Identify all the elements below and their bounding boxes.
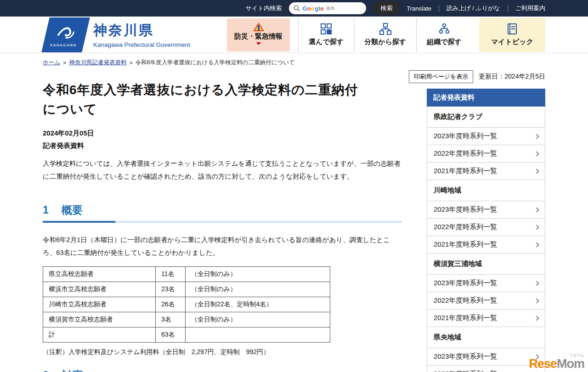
watermark-logo: ReseMom [529,357,584,371]
sidebar-item[interactable]: 2021年度時系列一覧 [427,163,545,180]
book-icon [507,23,518,35]
sidebar-group-title: 川崎地域 [427,180,545,201]
sidebar-item[interactable]: 2023年度時系列一覧 [427,348,545,366]
table-row: 川崎市立高校志願者 26名 （全日制22名、定時制4名） [43,297,330,312]
breadcrumb-current: 令和6年度入学者選抜における入学検定料の二重納付について [136,59,295,67]
nav-mytopic-label: マイトピック [491,38,533,46]
table-row: 県立高校志願者 11名 （全日制のみ） [43,267,330,282]
section-title: 概要 [62,203,83,217]
breadcrumb-home-link[interactable]: ホーム [43,59,60,67]
translate-link[interactable]: Translate [407,5,431,12]
topbar-separator [508,5,508,12]
search-submit-button[interactable]: 検索 [373,1,399,15]
topbar-separator [439,5,439,12]
table-cell: 川崎市立高校志願者 [43,297,156,312]
chevron-right-icon [534,151,539,156]
chevron-right-icon [534,169,539,174]
table-row: 横浜市立高校志願者 23名 （全日制のみ） [43,282,330,297]
table-cell: （全日制のみ） [186,267,330,282]
article-date: 2024年02月05日 [43,129,402,138]
table-cell: 23名 [156,282,186,297]
table-cell: （全日制のみ） [186,312,330,327]
press-release-sidebar: 記者発表資料 県政記者クラブ 2023年度時系列一覧 2022年度時系列一覧 2… [427,89,545,372]
table-cell: （全日制のみ） [186,282,330,297]
sidebar-item-label: 2023年度時系列一覧 [434,279,497,287]
sidebar-item[interactable]: 2022年度時系列一覧 [427,366,545,372]
logo-caption: KANAGAWA [50,43,77,47]
nav-mytopic[interactable]: マイトピック [479,18,545,52]
chevron-right-icon [534,298,539,303]
sidebar-item[interactable]: 2023年度時系列一覧 [427,201,545,219]
breadcrumb: ホーム > 神奈川県記者発表資料 > 令和6年度入学者選抜における入学検定料の二… [43,53,545,68]
sidebar-item-label: 2021年度時系列一覧 [434,167,497,175]
updated-date: 更新日：2024年2月5日 [479,73,545,81]
sidebar-item-label: 2021年度時系列一覧 [434,240,497,249]
sidebar-item-label: 2022年度時系列一覧 [434,149,497,158]
sidebar-item-label: 2023年度時系列一覧 [434,205,497,214]
sidebar-item[interactable]: 2022年度時系列一覧 [427,292,545,310]
table-cell [186,327,330,343]
site-search-label: サイト内検索 [245,4,282,12]
nav-select[interactable]: 選んで探す [298,18,354,52]
nav-emergency-label: 防災・緊急情報 [234,32,283,41]
table-row: 計 63名 [43,327,330,343]
grid-select-icon [320,23,332,35]
watermark-part: Mom [557,357,584,371]
search-icon [294,5,300,11]
section-number: 1 [43,204,49,216]
nav-organization-label: 組織で探す [427,38,462,46]
section-title: 対応 [62,368,83,372]
table-note: （注釈）入学検定料及びシステム利用料（全日制 2,297円、定時制 992円） [43,348,402,356]
chevron-right-icon [534,225,539,230]
sidebar-item-label: 2022年度時系列一覧 [434,223,497,231]
google-letter: e [320,5,324,12]
chevron-right-icon [534,316,539,321]
chevron-right-icon [534,281,539,286]
sidebar-item[interactable]: 2023年度時系列一覧 [427,128,545,145]
print-row: 印刷用ページを表示 更新日：2024年2月5日 [407,70,545,83]
sidebar-list: 県政記者クラブ 2023年度時系列一覧 2022年度時系列一覧 2021年度時系… [427,107,545,372]
article: 令和6年度入学者選抜における入学検定料の二重納付について 2024年02月05日… [43,68,402,372]
table-row: 横須賀市立高校志願者 3名 （全日制のみ） [43,312,330,327]
section-number: 2 [43,369,49,372]
sidebar-item-label: 2022年度時系列一覧 [434,296,497,305]
sidebar-item[interactable]: 2022年度時系列一覧 [427,145,545,163]
nav-category[interactable]: 分類から探す [354,18,416,52]
sidebar-item[interactable]: 2023年度時系列一覧 [427,275,545,292]
sidebar-item[interactable]: 2022年度時系列一覧 [427,219,545,236]
usage-guide-link[interactable]: ご利用案内 [515,4,545,12]
org-chart-icon [438,23,450,35]
right-column: 印刷用ページを表示 更新日：2024年2月5日 記者発表資料 県政記者クラブ 2… [427,68,545,372]
chevron-right-icon [534,134,539,139]
site-logo[interactable]: KANAGAWA [41,17,90,52]
sidebar-item-label: 2023年度時系列一覧 [434,352,497,361]
sidebar-group-title: 県政記者クラブ [427,107,545,128]
nav-emergency[interactable]: 防災・緊急情報 [227,18,290,51]
table-cell: 3名 [156,312,186,327]
page-body: ホーム > 神奈川県記者発表資料 > 令和6年度入学者選抜における入学検定料の二… [0,53,588,372]
read-aloud-link[interactable]: 読み上げ / ふりがな [447,4,500,12]
sidebar-item-label: 2021年度時系列一覧 [434,314,497,322]
site-header: KANAGAWA 神奈川県 Kanagawa Prefectural Gover… [0,17,588,53]
breadcrumb-parent-link[interactable]: 神奈川県記者発表資料 [69,59,126,67]
caret-down-icon [256,42,261,47]
google-logo: Google [302,5,324,12]
table-cell: 県立高校志願者 [43,267,156,282]
site-subtitle: Kanagawa Prefectural Government [93,41,190,48]
sidebar-item[interactable]: 2021年度時系列一覧 [427,236,545,254]
page-title: 令和6年度入学者選抜における入学検定料の二重納付について [43,80,367,119]
sidebar-header: 記者発表資料 [427,89,545,107]
tree-category-icon [379,23,391,35]
kanagawa-symbol-icon [54,23,79,41]
google-search-box[interactable]: Google 提供 [289,2,366,14]
resemom-watermark: リセマム ReseMom [529,354,584,370]
site-title-block: 神奈川県 Kanagawa Prefectural Government [93,21,190,48]
search-input[interactable] [337,5,362,11]
nav-select-label: 選んで探す [309,38,344,46]
warning-icon [254,23,264,31]
nav-organization[interactable]: 組織で探す [416,18,472,52]
table-cell: 11名 [156,267,186,282]
table-cell: 63名 [156,327,186,343]
print-page-button[interactable]: 印刷用ページを表示 [409,70,473,83]
sidebar-item[interactable]: 2021年度時系列一覧 [427,310,545,327]
